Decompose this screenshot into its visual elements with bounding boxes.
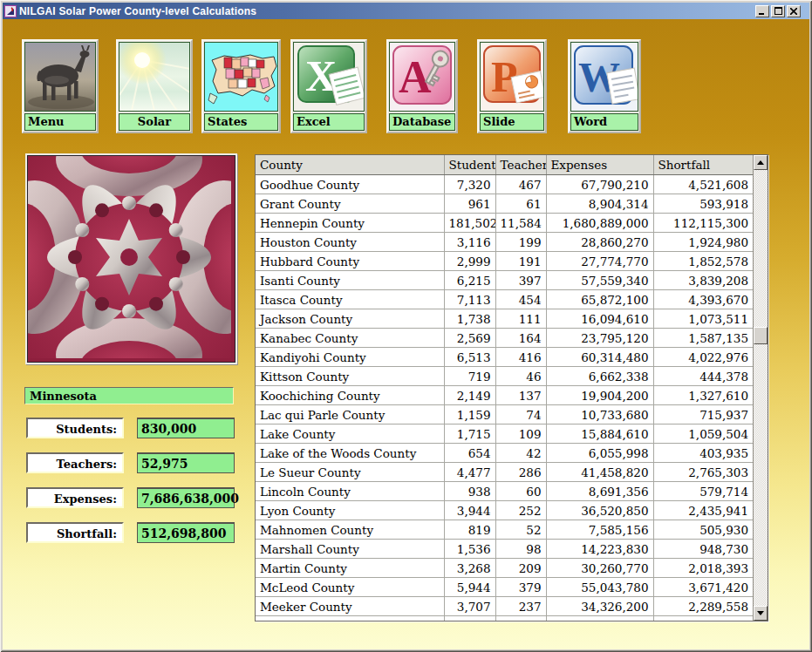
slide-button[interactable]: P Slide (477, 39, 547, 133)
table-row[interactable]: Lyon County 3,944 252 36,520,850 2,435,9… (256, 501, 753, 520)
teachers-cell: 286 (495, 463, 546, 482)
teachers-cell: 11,584 (495, 214, 546, 233)
solar-button[interactable]: Solar (116, 39, 193, 133)
scroll-up-button[interactable] (754, 155, 768, 170)
teachers-cell: 46 (495, 367, 546, 386)
powerpoint-icon: P (480, 42, 544, 112)
close-icon (790, 8, 797, 15)
table-row[interactable]: Mahnomen County 819 52 7,585,156 505,930 (256, 520, 753, 540)
states-button[interactable]: States (201, 39, 281, 133)
table-row[interactable]: Lake County 1,715 109 15,884,610 1,059,5… (256, 424, 753, 444)
table-row[interactable]: Lake of the Woods County 654 42 6,055,99… (256, 444, 753, 463)
maximize-button[interactable] (771, 5, 785, 17)
teachers-cell: 164 (495, 329, 546, 348)
table-row[interactable]: Mille Lacs County 4,208 269 38,974,300 2… (256, 616, 753, 621)
shortfall-cell: 593,918 (653, 194, 753, 214)
menu-button[interactable]: Menu (22, 39, 99, 133)
teachers-cell: 199 (495, 233, 546, 252)
database-button[interactable]: A Database (386, 39, 458, 133)
teachers-value-field[interactable]: 52,975 (137, 452, 235, 473)
table-row[interactable]: Jackson County 1,738 111 16,094,610 1,07… (256, 309, 753, 329)
table-row[interactable]: Isanti County 6,215 397 57,559,340 3,839… (256, 271, 753, 290)
expenses-value-field[interactable]: 7,686,638,000 (137, 487, 235, 508)
main-content: Menu (3, 19, 809, 649)
table-row[interactable]: Kittson County 719 46 6,662,338 444,378 (256, 367, 753, 386)
excel-button[interactable]: X Excel (290, 39, 367, 133)
vertical-scrollbar (753, 155, 768, 621)
expenses-cell: 23,795,120 (546, 329, 653, 348)
scroll-down-button[interactable] (754, 606, 768, 621)
shortfall-cell: 1,587,135 (653, 329, 753, 348)
table-row[interactable]: McLeod County 5,944 379 55,043,780 3,671… (256, 578, 753, 597)
county-cell: Jackson County (256, 309, 444, 329)
expenses-cell: 41,458,820 (546, 463, 653, 482)
app-icon (4, 5, 17, 17)
county-column-header[interactable]: County (256, 155, 444, 175)
students-cell: 938 (444, 482, 495, 501)
shortfall-cell: 112,115,300 (653, 214, 753, 233)
students-value-field[interactable]: 830,000 (137, 418, 235, 438)
teachers-cell: 454 (495, 290, 546, 309)
shortfall-cell: 948,730 (653, 540, 753, 559)
students-cell: 7,320 (444, 175, 495, 194)
teachers-column-header[interactable]: Teachers (495, 155, 546, 175)
expenses-cell: 30,260,770 (546, 559, 653, 578)
shortfall-cell: 715,937 (653, 405, 753, 424)
students-cell: 819 (444, 520, 495, 540)
shortfall-cell: 2,435,941 (653, 501, 753, 520)
shortfall-cell: 2,765,303 (653, 463, 753, 482)
expenses-cell: 65,872,100 (546, 290, 653, 309)
table-row[interactable]: Grant County 961 61 8,904,314 593,918 (256, 194, 753, 214)
county-cell: Mille Lacs County (256, 616, 444, 621)
shortfall-cell: 1,852,578 (653, 252, 753, 271)
table-row[interactable]: Hubbard County 2,999 191 27,774,770 1,85… (256, 252, 753, 271)
minimize-button[interactable] (755, 5, 769, 17)
shortfall-cell: 3,839,208 (653, 271, 753, 290)
close-button[interactable] (787, 5, 801, 17)
scrollbar-track[interactable] (754, 170, 768, 606)
table-row[interactable]: Meeker County 3,707 237 34,326,200 2,289… (256, 597, 753, 616)
table-row[interactable]: Koochiching County 2,149 137 19,904,200 … (256, 386, 753, 405)
database-button-label: Database (389, 113, 455, 131)
table-row[interactable]: Martin County 3,268 209 30,260,770 2,018… (256, 559, 753, 578)
table-row[interactable]: Kanabec County 2,569 164 23,795,120 1,58… (256, 329, 753, 348)
table-row[interactable]: Lac qui Parle County 1,159 74 10,733,680… (256, 405, 753, 424)
excel-button-label: Excel (293, 113, 365, 131)
county-cell: Le Sueur County (256, 463, 444, 482)
table-row[interactable]: Itasca County 7,113 454 65,872,100 4,393… (256, 290, 753, 309)
county-cell: Mahnomen County (256, 520, 444, 540)
table-row[interactable]: Le Sueur County 4,477 286 41,458,820 2,7… (256, 463, 753, 482)
county-cell: Hubbard County (256, 252, 444, 271)
expenses-cell: 7,585,156 (546, 520, 653, 540)
expenses-cell: 28,860,270 (546, 233, 653, 252)
expenses-cell: 15,884,610 (546, 424, 653, 444)
table-row[interactable]: Kandiyohi County 6,513 416 60,314,480 4,… (256, 348, 753, 367)
teachers-cell: 397 (495, 271, 546, 290)
shortfall-value-field[interactable]: 512,698,800 (137, 522, 235, 543)
table-row[interactable]: Hennepin County 181,502 11,584 1,680,889… (256, 214, 753, 233)
teachers-label: Teachers: (26, 452, 124, 473)
teachers-cell: 60 (495, 482, 546, 501)
table-row[interactable]: Marshall County 1,536 98 14,223,830 948,… (256, 540, 753, 559)
table-row[interactable]: Lincoln County 938 60 8,691,356 579,714 (256, 482, 753, 501)
county-cell: Goodhue County (256, 175, 444, 194)
county-cell: Houston County (256, 233, 444, 252)
scrollbar-thumb[interactable] (754, 327, 768, 344)
shortfall-column-header[interactable]: Shortfall (653, 155, 753, 175)
shortfall-label: Shortfall: (26, 522, 124, 543)
word-button[interactable]: W Word (568, 39, 641, 133)
students-cell: 4,208 (444, 616, 495, 621)
county-cell: Hennepin County (256, 214, 444, 233)
students-label: Students: (26, 418, 124, 438)
us-map-icon (204, 42, 278, 112)
county-table: County Students Teachers Expenses Shortf… (255, 154, 768, 621)
expenses-column-header[interactable]: Expenses (546, 155, 653, 175)
table-row[interactable]: Houston County 3,116 199 28,860,270 1,92… (256, 233, 753, 252)
students-cell: 1,536 (444, 540, 495, 559)
teachers-cell: 109 (495, 424, 546, 444)
expenses-label: Expenses: (26, 487, 124, 508)
students-cell: 5,944 (444, 578, 495, 597)
fractal-image (25, 153, 237, 364)
table-row[interactable]: Goodhue County 7,320 467 67,790,210 4,52… (256, 175, 753, 194)
students-column-header[interactable]: Students (444, 155, 495, 175)
